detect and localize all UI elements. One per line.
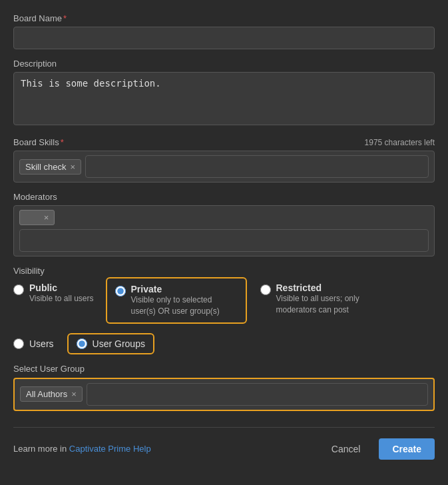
mod-tag: × <box>19 210 55 225</box>
visibility-private-radio[interactable] <box>115 286 126 296</box>
user-group-tag-label: All Authors <box>26 389 67 399</box>
user-group-tag-close[interactable]: × <box>71 390 77 398</box>
visibility-restricted-title: Restricted <box>276 282 383 293</box>
moderators-input[interactable] <box>19 229 429 252</box>
visibility-private: Private Visible only to selected user(s)… <box>106 277 247 324</box>
moderators-container[interactable]: × <box>13 205 435 256</box>
chars-left: 1975 characters left <box>365 138 435 147</box>
visibility-options: Public Visible to all users Private Visi… <box>13 282 435 324</box>
visibility-public-desc: Visible to all users <box>29 293 94 304</box>
create-button[interactable]: Create <box>379 438 435 460</box>
footer: Learn more in Captivate Prime Help Cance… <box>13 427 435 460</box>
select-user-group-section: Select User Group All Authors × <box>13 364 435 411</box>
scope-user-groups[interactable]: User Groups <box>67 333 154 354</box>
skill-tag: Skill check × <box>19 159 81 175</box>
moderators-label: Moderators <box>13 192 435 202</box>
moderators-group: Moderators × <box>13 192 435 256</box>
footer-buttons: Cancel Create <box>321 438 435 460</box>
user-group-container[interactable]: All Authors × <box>13 378 435 411</box>
scope-users-radio[interactable] <box>13 338 24 349</box>
visibility-label: Visibility <box>13 266 435 276</box>
board-name-input[interactable]: My board <box>13 27 435 49</box>
visibility-restricted-radio[interactable] <box>260 284 271 295</box>
skills-input[interactable] <box>85 155 429 178</box>
scope-groups-label: User Groups <box>93 338 145 349</box>
visibility-public-title: Public <box>29 282 94 293</box>
board-skills-label: Board Skills* <box>13 137 64 147</box>
footer-learn-text: Learn more in Captivate Prime Help <box>13 444 151 454</box>
board-skills-group: Board Skills* 1975 characters left Skill… <box>13 137 435 183</box>
scope-row: Users User Groups <box>13 333 435 354</box>
description-label: Description <box>13 59 435 69</box>
cancel-button[interactable]: Cancel <box>321 438 371 460</box>
board-name-group: Board Name* My board <box>13 13 435 49</box>
skill-tag-close[interactable]: × <box>70 163 75 171</box>
scope-users[interactable]: Users <box>13 338 54 349</box>
captivate-prime-help-link[interactable]: Captivate Prime Help <box>69 444 151 454</box>
user-group-tag: All Authors × <box>20 386 83 402</box>
mod-tag-text <box>25 213 40 223</box>
user-group-input[interactable] <box>87 383 428 406</box>
visibility-public-radio[interactable] <box>13 284 24 295</box>
visibility-section: Visibility Public Visible to all users P… <box>13 266 435 324</box>
scope-groups-radio[interactable] <box>77 338 87 349</box>
skills-tags-container[interactable]: Skill check × <box>13 151 435 183</box>
visibility-private-title: Private <box>131 284 238 294</box>
visibility-restricted: Restricted Visible to all users; only mo… <box>260 282 383 316</box>
mod-tag-close[interactable]: × <box>44 213 49 222</box>
description-group: Description This is some description. <box>13 59 435 128</box>
description-input[interactable]: This is some description. <box>13 72 435 125</box>
visibility-public: Public Visible to all users <box>13 282 94 304</box>
board-name-label: Board Name* <box>13 13 435 23</box>
visibility-private-desc: Visible only to selected user(s) OR user… <box>131 294 238 317</box>
scope-users-label: Users <box>29 338 54 349</box>
skill-tag-label: Skill check <box>25 162 66 172</box>
visibility-restricted-desc: Visible to all users; only moderators ca… <box>276 293 383 316</box>
select-user-group-label: Select User Group <box>13 364 435 374</box>
